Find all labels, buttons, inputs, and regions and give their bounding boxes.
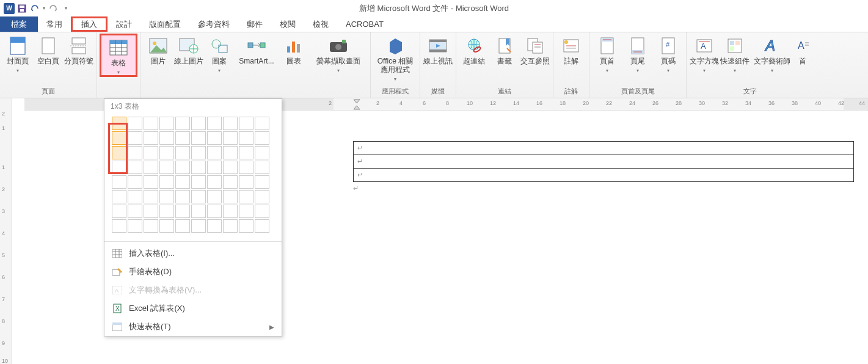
table-grid-picker[interactable] <box>104 115 282 239</box>
grid-cell[interactable] <box>144 146 158 159</box>
tab-insert[interactable]: 插入 <box>71 16 108 32</box>
grid-cell[interactable] <box>239 161 253 174</box>
grid-cell[interactable] <box>112 117 126 130</box>
table-button[interactable]: 表格 <box>100 34 137 77</box>
table-cell[interactable]: ↵ <box>354 169 854 182</box>
footer-button[interactable]: 頁尾 <box>622 34 653 73</box>
grid-cell[interactable] <box>255 161 269 174</box>
grid-cell[interactable] <box>175 131 190 145</box>
insert-table-menu-item[interactable]: 插入表格(I)... <box>104 244 282 263</box>
grid-cell[interactable] <box>175 190 190 203</box>
grid-cell[interactable] <box>159 175 174 189</box>
grid-cell[interactable] <box>159 146 174 159</box>
office-apps-button[interactable]: Office 相關 應用程式 <box>373 34 417 82</box>
grid-cell[interactable] <box>255 190 269 203</box>
grid-cell[interactable] <box>128 219 142 233</box>
screenshot-button[interactable]: 螢幕擷取畫面 <box>309 34 368 73</box>
tab-file[interactable]: 檔案 <box>0 16 38 32</box>
grid-cell[interactable] <box>175 219 190 233</box>
pictures-button[interactable]: 圖片 <box>143 34 173 66</box>
grid-cell[interactable] <box>144 117 158 130</box>
grid-cell[interactable] <box>144 161 158 174</box>
grid-cell[interactable] <box>191 205 206 218</box>
indent-marker-icon[interactable] <box>353 99 360 110</box>
inserted-table[interactable]: ↵ ↵ ↵ <box>353 141 854 182</box>
grid-cell[interactable] <box>239 146 253 159</box>
undo-dropdown-icon[interactable]: ▾ <box>43 5 45 11</box>
grid-cell[interactable] <box>191 190 206 203</box>
tab-review[interactable]: 校閱 <box>271 16 304 32</box>
grid-cell[interactable] <box>191 146 206 159</box>
grid-cell[interactable] <box>239 205 253 218</box>
page-number-button[interactable]: # 頁碼 <box>653 34 684 73</box>
grid-cell[interactable] <box>159 161 174 174</box>
grid-cell[interactable] <box>128 161 142 174</box>
blank-page-button[interactable]: 空白頁 <box>33 34 64 66</box>
redo-icon[interactable] <box>48 4 59 13</box>
shapes-button[interactable]: 圖案 <box>204 34 235 73</box>
grid-cell[interactable] <box>128 190 142 203</box>
drop-cap-button[interactable]: A 首 <box>794 34 811 66</box>
comment-button[interactable]: 註解 <box>556 34 586 66</box>
grid-cell[interactable] <box>191 161 206 174</box>
grid-cell[interactable] <box>144 131 158 145</box>
grid-cell[interactable] <box>159 205 174 218</box>
grid-cell[interactable] <box>128 205 142 218</box>
table-cell[interactable]: ↵ <box>354 142 854 155</box>
grid-cell[interactable] <box>223 131 238 145</box>
quick-tables-menu-item[interactable]: 快速表格(T) ▶ <box>104 318 282 336</box>
tab-home[interactable]: 常用 <box>38 16 71 32</box>
save-icon[interactable] <box>17 4 27 13</box>
grid-cell[interactable] <box>112 190 126 203</box>
grid-cell[interactable] <box>159 117 174 130</box>
grid-cell[interactable] <box>175 175 190 189</box>
page-break-button[interactable]: 分頁符號 <box>64 34 94 66</box>
tab-mailings[interactable]: 郵件 <box>238 16 271 32</box>
grid-cell[interactable] <box>207 161 222 174</box>
grid-cell[interactable] <box>255 205 269 218</box>
tab-acrobat[interactable]: ACROBAT <box>337 16 392 32</box>
chart-button[interactable]: 圖表 <box>279 34 309 66</box>
grid-cell[interactable] <box>112 219 126 233</box>
tab-design[interactable]: 設計 <box>108 16 140 32</box>
grid-cell[interactable] <box>128 146 142 159</box>
grid-cell[interactable] <box>128 117 142 130</box>
excel-spreadsheet-menu-item[interactable]: X Excel 試算表(X) <box>104 299 282 318</box>
table-cell[interactable]: ↵ <box>354 155 854 169</box>
grid-cell[interactable] <box>223 146 238 159</box>
tab-references[interactable]: 參考資料 <box>189 16 238 32</box>
cross-reference-button[interactable]: 交互參照 <box>520 34 550 66</box>
document-page[interactable]: ↵ ↵ ↵ ↵ <box>323 112 856 192</box>
grid-cell[interactable] <box>255 146 269 159</box>
online-pictures-button[interactable]: 線上圖片 <box>173 34 204 66</box>
grid-cell[interactable] <box>223 205 238 218</box>
grid-cell[interactable] <box>175 117 190 130</box>
grid-cell[interactable] <box>175 161 190 174</box>
tab-layout[interactable]: 版面配置 <box>140 16 189 32</box>
grid-cell[interactable] <box>207 205 222 218</box>
grid-cell[interactable] <box>255 219 269 233</box>
grid-cell[interactable] <box>112 131 126 145</box>
grid-cell[interactable] <box>175 146 190 159</box>
grid-cell[interactable] <box>255 175 269 189</box>
grid-cell[interactable] <box>159 131 174 145</box>
grid-cell[interactable] <box>207 190 222 203</box>
grid-cell[interactable] <box>112 175 126 189</box>
grid-cell[interactable] <box>144 219 158 233</box>
smartart-button[interactable]: SmartArt... <box>235 34 279 66</box>
draw-table-menu-item[interactable]: 手繪表格(D) <box>104 263 282 281</box>
grid-cell[interactable] <box>112 205 126 218</box>
online-video-button[interactable]: 線上視訊 <box>423 34 453 66</box>
grid-cell[interactable] <box>207 131 222 145</box>
grid-cell[interactable] <box>255 131 269 145</box>
grid-cell[interactable] <box>239 190 253 203</box>
text-box-button[interactable]: A 文字方塊 <box>689 34 720 73</box>
quick-parts-button[interactable]: 快速組件 <box>720 34 750 73</box>
grid-cell[interactable] <box>159 219 174 233</box>
grid-cell[interactable] <box>191 219 206 233</box>
grid-cell[interactable] <box>223 219 238 233</box>
undo-icon[interactable] <box>29 4 40 13</box>
qat-customize-icon[interactable]: ▾ <box>65 5 67 11</box>
grid-cell[interactable] <box>239 219 253 233</box>
header-button[interactable]: 頁首 <box>592 34 622 73</box>
